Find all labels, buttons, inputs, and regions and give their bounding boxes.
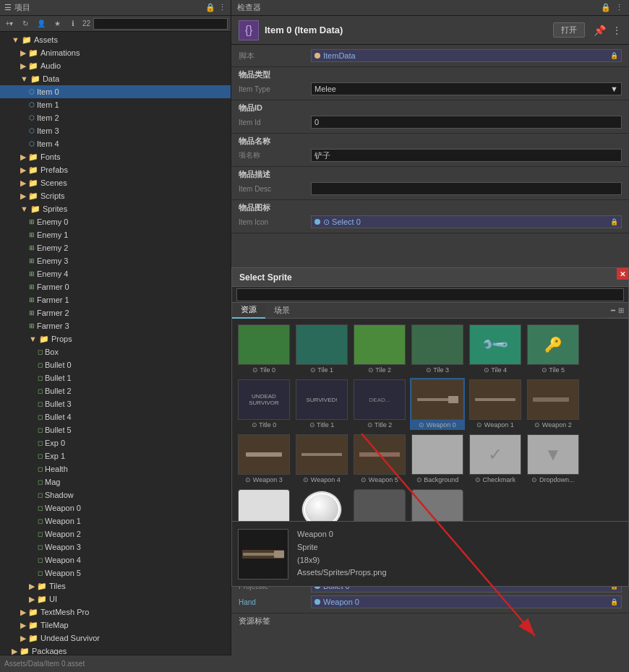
inspector-menu-icon[interactable]: ⋮: [615, 3, 623, 12]
sprite-title2[interactable]: DEAD... ⊙ Title 2: [352, 378, 407, 430]
item-id-input[interactable]: 0: [311, 116, 622, 129]
hand-field[interactable]: Weapon 0 🔒: [311, 595, 622, 608]
tree-item-undead-survivor[interactable]: ▶📁Undead Survivor: [0, 632, 231, 645]
menu-icon[interactable]: ⋮: [612, 25, 622, 36]
sprite-uimask[interactable]: ⊙ UIMask: [352, 488, 407, 521]
tree-item-enemy2[interactable]: ⊞Enemy 2: [0, 241, 231, 254]
sprite-dropdown[interactable]: ▼ ⊙ Dropdown...: [526, 433, 581, 485]
tab-scene[interactable]: 场景: [265, 303, 299, 319]
tree-item-animations[interactable]: ▶📁Animations: [0, 46, 231, 59]
open-button[interactable]: 打开: [553, 22, 585, 38]
tree-item-item3[interactable]: ⬡Item 3: [0, 124, 231, 137]
tree-item-mag[interactable]: ◻Mag: [0, 475, 231, 488]
item-desc-input[interactable]: [311, 182, 622, 195]
star-icon[interactable]: ★: [51, 17, 64, 30]
item-icon-label-en: Item Icon: [239, 218, 311, 226]
tree-item-exp1[interactable]: ◻Exp 1: [0, 449, 231, 462]
info-icon[interactable]: ℹ: [67, 17, 80, 30]
sprite-weapon1[interactable]: ⊙ Weapon 1: [468, 378, 523, 430]
pin-icon[interactable]: 📌: [594, 25, 606, 36]
slider-icon: ━: [611, 306, 615, 314]
sprite-tile3[interactable]: ⊙ Tile 3: [410, 323, 465, 375]
dialog-close-button[interactable]: ✕: [617, 268, 628, 280]
tree-item-weapon2[interactable]: ◻Weapon 2: [0, 527, 231, 540]
tree-item-sprites[interactable]: ▼📁Sprites: [0, 202, 231, 215]
item-type-label-en: Item Type: [239, 85, 311, 93]
tree-item-data[interactable]: ▼📁Data: [0, 72, 231, 85]
sprite-title0[interactable]: UNDEADSURVIVOR ⊙ Title 0: [236, 378, 291, 430]
sprite-inputfield[interactable]: ⊙ InputField...: [236, 488, 291, 521]
tree-item-packages[interactable]: ▶📁Packages: [0, 645, 231, 655]
script-value-field[interactable]: ItemData 🔒: [311, 49, 622, 62]
tree-item-bullet2[interactable]: ◻Bullet 2: [0, 384, 231, 397]
sprite-tile4[interactable]: 🔧 ⊙ Tile 4: [468, 323, 523, 375]
script-lock: 🔒: [610, 52, 618, 59]
tree-item-bullet4[interactable]: ◻Bullet 4: [0, 410, 231, 423]
add-button[interactable]: +▾: [3, 17, 16, 30]
tree-item-ui[interactable]: ▶📁UI: [0, 593, 231, 606]
tree-item-enemy1[interactable]: ⊞Enemy 1: [0, 228, 231, 241]
tree-item-prefabs[interactable]: ▶📁Prefabs: [0, 163, 231, 176]
dialog-tabs: 资源 场景 ━ ⊞: [232, 303, 628, 319]
tree-item-box[interactable]: ◻Box: [0, 345, 231, 358]
tree-item-farmer1[interactable]: ⊞Farmer 1: [0, 293, 231, 306]
tree-item-item0[interactable]: ⬡Item 0: [0, 85, 231, 98]
tree-item-farmer3[interactable]: ⊞Farmer 3: [0, 319, 231, 332]
tree-item-enemy3[interactable]: ⊞Enemy 3: [0, 254, 231, 267]
tree-item-weapon5[interactable]: ◻Weapon 5: [0, 567, 231, 580]
tree-item-audio[interactable]: ▶📁Audio: [0, 59, 231, 72]
item-icon-select[interactable]: ⊙ Select 0 🔒: [311, 215, 622, 228]
search-input[interactable]: [93, 18, 228, 30]
tree-item-tilemap[interactable]: ▶📁TileMap: [0, 619, 231, 632]
tree-item-enemy0[interactable]: ⊞Enemy 0: [0, 215, 231, 228]
sprite-background[interactable]: ⊙ Background: [410, 433, 465, 485]
sprite-tile2[interactable]: ⊙ Tile 2: [352, 323, 407, 375]
tree-item-scenes[interactable]: ▶📁Scenes: [0, 176, 231, 189]
sprite-weapon3[interactable]: ⊙ Weapon 3: [236, 433, 291, 485]
sprite-weapon0[interactable]: ⊙ Weapon 0: [410, 378, 465, 430]
item-type-select[interactable]: Melee ▼: [311, 82, 622, 95]
tree-item-bullet1[interactable]: ◻Bullet 1: [0, 371, 231, 384]
tab-assets[interactable]: 资源: [232, 303, 265, 319]
sprite-tile5[interactable]: 🔑 ⊙ Tile 5: [526, 323, 581, 375]
tree-item-weapon0[interactable]: ◻Weapon 0: [0, 501, 231, 514]
tree-item-tiles[interactable]: ▶📁Tiles: [0, 580, 231, 593]
tree-item-scripts[interactable]: ▶📁Scripts: [0, 189, 231, 202]
tree-item-props[interactable]: ▼📁Props: [0, 332, 231, 345]
sprite-tile0[interactable]: ⊙ Tile 0: [236, 323, 291, 375]
tree-item-item1[interactable]: ⬡Item 1: [0, 98, 231, 111]
item-type-label-cn: 物品类型: [239, 69, 311, 80]
person-icon[interactable]: 👤: [35, 17, 48, 30]
dialog-search-input[interactable]: [236, 288, 624, 301]
tree-item-weapon3[interactable]: ◻Weapon 3: [0, 540, 231, 553]
tree-item-farmer0[interactable]: ⊞Farmer 0: [0, 280, 231, 293]
tree-item-enemy4[interactable]: ⊞Enemy 4: [0, 267, 231, 280]
tree-item-fonts[interactable]: ▶📁Fonts: [0, 150, 231, 163]
tree-item-shadow[interactable]: ◻Shadow: [0, 488, 231, 501]
inspector-lock-icon[interactable]: 🔒: [601, 3, 611, 12]
refresh-icon[interactable]: ↻: [19, 17, 32, 30]
tree-item-farmer2[interactable]: ⊞Farmer 2: [0, 306, 231, 319]
tree-item-assets[interactable]: ▼📁Assets: [0, 33, 231, 46]
sprite-weapon5[interactable]: ⊙ Weapon 5: [352, 433, 407, 485]
sprite-title1[interactable]: SURVIVED! ⊙ Title 1: [294, 378, 349, 430]
sprite-weapon2[interactable]: ⊙ Weapon 2: [526, 378, 581, 430]
tree-item-health[interactable]: ◻Health: [0, 462, 231, 475]
tree-item-item4[interactable]: ⬡Item 4: [0, 137, 231, 150]
item-name-input[interactable]: 铲子: [311, 149, 622, 162]
tree-item-bullet0[interactable]: ◻Bullet 0: [0, 358, 231, 371]
tree-item-weapon1[interactable]: ◻Weapon 1: [0, 514, 231, 527]
tree-item-bullet5[interactable]: ◻Bullet 5: [0, 423, 231, 436]
sprite-weapon4[interactable]: ⊙ Weapon 4: [294, 433, 349, 485]
sprite-tile1[interactable]: ⊙ Tile 1: [294, 323, 349, 375]
tree-item-exp0[interactable]: ◻Exp 0: [0, 436, 231, 449]
sprite-checkmark[interactable]: ✓ ⊙ Checkmark: [468, 433, 523, 485]
counter: 22: [82, 20, 90, 27]
tree-item-item2[interactable]: ⬡Item 2: [0, 111, 231, 124]
sprite-knob[interactable]: ⊙ Knob: [294, 488, 349, 521]
tree-item-weapon4[interactable]: ◻Weapon 4: [0, 553, 231, 567]
sprite-uisprite[interactable]: ⊙ UISprite: [410, 488, 465, 521]
view-icon[interactable]: ⊞: [618, 306, 624, 314]
tree-item-textmesh[interactable]: ▶📁TextMesh Pro: [0, 606, 231, 619]
tree-item-bullet3[interactable]: ◻Bullet 3: [0, 397, 231, 410]
